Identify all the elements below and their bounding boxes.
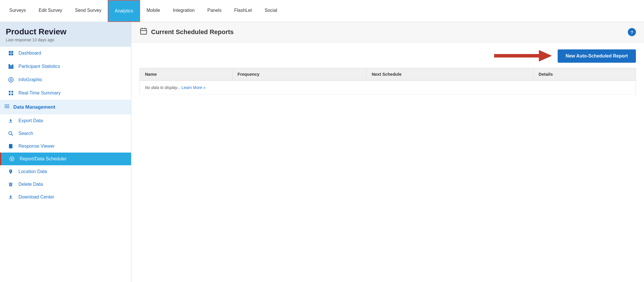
table-header-frequency: Frequency xyxy=(232,68,366,81)
table-header-details: Details xyxy=(533,68,636,81)
sidebar-item-dashboard[interactable]: Dashboard xyxy=(0,47,131,60)
page-header: Current Scheduled Reports ? xyxy=(131,22,644,42)
no-data-text: No data to display... xyxy=(145,85,180,90)
survey-title: Product Review xyxy=(6,27,125,36)
table-wrapper: Name Frequency Next Schedule Details No … xyxy=(131,68,644,103)
svg-rect-26 xyxy=(141,29,147,34)
svg-rect-12 xyxy=(12,94,13,95)
infographic-icon xyxy=(8,77,14,83)
sidebar-item-dashboard-label: Dashboard xyxy=(18,51,41,56)
no-data-cell: No data to display... Learn More » xyxy=(140,80,636,95)
sidebar-item-infographic-label: InfoGraphic xyxy=(18,77,42,82)
sidebar-item-response-viewer[interactable]: Response Viewer xyxy=(0,140,131,153)
svg-marker-31 xyxy=(539,50,552,62)
svg-rect-13 xyxy=(5,105,10,105)
sidebar-item-delete-data-label: Delete Data xyxy=(18,182,43,187)
button-area: New Auto-Scheduled Report xyxy=(131,42,644,68)
location-data-icon xyxy=(8,169,14,174)
svg-rect-6 xyxy=(12,64,13,69)
page-header-left: Current Scheduled Reports xyxy=(139,27,234,37)
download-center-icon xyxy=(8,194,14,200)
svg-rect-14 xyxy=(5,106,10,107)
table-header-name: Name xyxy=(140,68,232,81)
sidebar-item-participant-statistics[interactable]: Participant Statistics xyxy=(0,60,131,73)
svg-rect-4 xyxy=(9,64,10,69)
sidebar-item-participant-statistics-label: Participant Statistics xyxy=(18,64,60,69)
svg-point-17 xyxy=(9,131,12,135)
delete-data-icon xyxy=(8,182,14,187)
sidebar-item-search-label: Search xyxy=(18,131,33,136)
new-auto-scheduled-report-button[interactable]: New Auto-Scheduled Report xyxy=(558,49,636,63)
svg-rect-0 xyxy=(9,51,11,53)
real-time-summary-icon xyxy=(8,90,14,96)
tab-mobile[interactable]: Mobile xyxy=(140,0,166,22)
sidebar-section-data-management[interactable]: Data Management xyxy=(0,100,131,114)
sidebar-item-real-time-summary-label: Real-Time Summary xyxy=(18,90,61,96)
table-header-next-schedule: Next Schedule xyxy=(366,68,533,81)
svg-rect-10 xyxy=(12,91,13,93)
sidebar-item-download-center-label: Download Center xyxy=(18,194,54,200)
main-layout: Product Review Last response 13 days ago… xyxy=(0,22,644,282)
svg-rect-15 xyxy=(5,107,10,108)
svg-rect-20 xyxy=(10,145,12,146)
svg-rect-21 xyxy=(10,146,12,146)
dashboard-icon xyxy=(8,50,14,56)
report-data-scheduler-icon xyxy=(9,156,16,162)
svg-rect-2 xyxy=(9,53,11,55)
page-title: Current Scheduled Reports xyxy=(151,28,234,36)
svg-rect-22 xyxy=(10,147,11,147)
svg-rect-16 xyxy=(9,122,12,123)
nav-tabs: Surveys Edit Survey Send Survey Analytic… xyxy=(3,0,284,22)
data-management-icon xyxy=(4,103,10,111)
tab-social[interactable]: Social xyxy=(258,0,284,22)
last-response-text: Last response 13 days ago xyxy=(6,38,125,42)
learn-more-link[interactable]: Learn More » xyxy=(182,85,206,90)
svg-line-18 xyxy=(11,134,13,136)
svg-point-7 xyxy=(9,77,14,82)
tab-integration[interactable]: Integration xyxy=(166,0,201,22)
sidebar-header: Product Review Last response 13 days ago xyxy=(0,22,131,47)
svg-rect-1 xyxy=(11,51,13,53)
red-arrow xyxy=(494,50,552,62)
svg-rect-5 xyxy=(10,65,12,69)
response-viewer-icon xyxy=(8,144,14,149)
sidebar-item-infographic[interactable]: InfoGraphic xyxy=(0,73,131,86)
search-icon xyxy=(8,131,14,136)
tab-send-survey[interactable]: Send Survey xyxy=(69,0,108,22)
tab-edit-survey[interactable]: Edit Survey xyxy=(32,0,69,22)
table-row-empty: No data to display... Learn More » xyxy=(140,80,636,95)
svg-rect-3 xyxy=(11,53,13,55)
sidebar-item-delete-data[interactable]: Delete Data xyxy=(0,178,131,191)
top-navigation: Surveys Edit Survey Send Survey Analytic… xyxy=(0,0,644,22)
svg-rect-30 xyxy=(494,54,539,57)
calendar-icon xyxy=(139,27,148,37)
sidebar-item-location-data[interactable]: Location Data xyxy=(0,165,131,178)
export-data-icon xyxy=(8,118,14,123)
sidebar: Product Review Last response 13 days ago… xyxy=(0,22,131,282)
sidebar-item-download-center[interactable]: Download Center xyxy=(0,191,131,203)
tab-panels[interactable]: Panels xyxy=(201,0,228,22)
tab-flashlet[interactable]: FlashLet xyxy=(228,0,258,22)
sidebar-item-real-time-summary[interactable]: Real-Time Summary xyxy=(0,86,131,100)
sidebar-section-data-management-label: Data Management xyxy=(13,104,55,110)
tab-analytics[interactable]: Analytics xyxy=(108,0,140,22)
sidebar-item-location-data-label: Location Data xyxy=(18,169,47,174)
scheduled-reports-table: Name Frequency Next Schedule Details No … xyxy=(139,68,636,95)
svg-rect-11 xyxy=(9,94,11,95)
sidebar-item-report-data-scheduler[interactable]: Report/Data Scheduler xyxy=(0,153,131,165)
svg-point-24 xyxy=(11,158,13,160)
svg-rect-25 xyxy=(9,198,12,199)
svg-point-23 xyxy=(10,157,14,161)
sidebar-item-export-data-label: Export Data xyxy=(18,118,43,123)
tab-surveys[interactable]: Surveys xyxy=(3,0,32,22)
main-content: Current Scheduled Reports ? New Auto-Sch… xyxy=(131,22,644,282)
sidebar-item-response-viewer-label: Response Viewer xyxy=(18,144,55,149)
participant-statistics-icon xyxy=(8,64,14,69)
sidebar-item-export-data[interactable]: Export Data xyxy=(0,114,131,127)
sidebar-item-search[interactable]: Search xyxy=(0,127,131,140)
help-icon[interactable]: ? xyxy=(628,28,636,36)
svg-point-8 xyxy=(10,79,12,81)
sidebar-item-report-data-scheduler-label: Report/Data Scheduler xyxy=(20,156,67,162)
svg-rect-9 xyxy=(9,91,11,93)
